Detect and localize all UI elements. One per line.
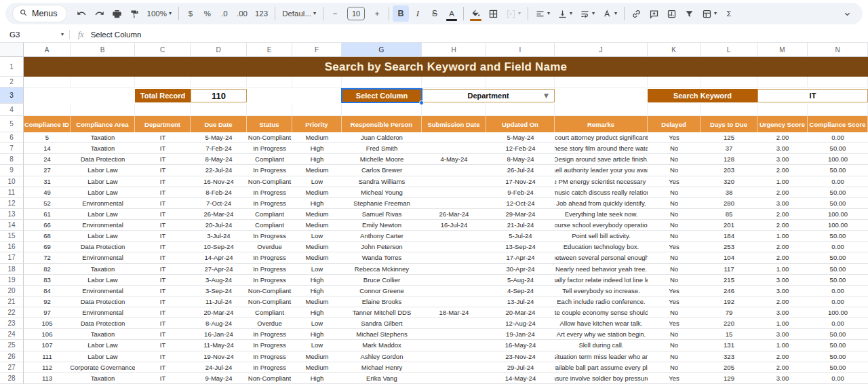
cell[interactable]	[24, 77, 71, 88]
font-size-input[interactable]: 10	[344, 5, 368, 22]
cell[interactable]: John Peterson	[342, 242, 422, 252]
cell[interactable]: Samuel Rivas	[342, 209, 422, 220]
cell[interactable]: IT	[135, 165, 191, 176]
cell[interactable]: Education technology box.	[555, 242, 648, 252]
cell[interactable]: Taxation	[71, 264, 135, 275]
cell[interactable]: IT	[135, 286, 191, 296]
cell[interactable]: 3-Jul-24	[191, 231, 247, 242]
cell[interactable]	[422, 187, 486, 198]
column-header-I[interactable]: I	[486, 43, 555, 56]
cell[interactable]: 50.00	[808, 340, 868, 351]
cell[interactable]: Emily Newton	[342, 220, 422, 231]
cell[interactable]: Michelle Moore	[342, 154, 422, 165]
row-header-28[interactable]: 28	[0, 373, 24, 384]
row-header-12[interactable]: 12	[0, 198, 24, 209]
cell[interactable]: r music catch discuss really relations	[555, 187, 648, 198]
table-row[interactable]: 72EnvironmentalIT14-Apr-24In ProgressMed…	[24, 252, 868, 263]
column-header-H[interactable]: H	[422, 43, 486, 56]
merge-cells-button[interactable]: ▾	[502, 5, 524, 22]
cell[interactable]: Labor Law	[71, 275, 135, 286]
cell[interactable]	[191, 77, 247, 88]
cell[interactable]: 16-May-24	[486, 340, 555, 351]
table-row[interactable]: 83Labor LawIT3-Aug-24In ProgressHighBruc…	[24, 275, 868, 286]
cell[interactable]	[422, 104, 486, 116]
text-rotation-button[interactable]: ▾	[599, 5, 620, 22]
cell[interactable]: 16-Nov-24	[191, 176, 247, 187]
cell[interactable]: IT	[135, 307, 191, 318]
cell[interactable]: in court attorney product significant w	[555, 132, 648, 143]
table-header-cell[interactable]: Updated On	[486, 116, 555, 132]
cell[interactable]: Labor Law	[71, 165, 135, 176]
cell[interactable]: 3.00	[757, 307, 808, 318]
table-header-cell[interactable]: Submission Date	[422, 116, 486, 132]
cell[interactable]: High	[292, 275, 342, 286]
cell[interactable]: 9-Feb-24	[486, 187, 555, 198]
cell[interactable]: In Progress	[247, 231, 292, 242]
cell[interactable]: 253	[701, 242, 757, 252]
cell[interactable]: IT	[135, 329, 191, 340]
row-header-15[interactable]: 15	[0, 231, 24, 242]
cell[interactable]: High	[292, 286, 342, 296]
cell[interactable]: Non-Compliant	[247, 286, 292, 296]
cell[interactable]	[486, 104, 555, 116]
cell[interactable]: Corporate Governance	[71, 362, 135, 373]
cell[interactable]: 68	[24, 231, 71, 242]
cell[interactable]: 1.00	[757, 318, 808, 329]
cell[interactable]: 50.00	[808, 231, 868, 242]
table-row[interactable]: 97EnvironmentalIT20-Mar-24CompliantHighT…	[24, 307, 868, 318]
cell[interactable]: Elaine Brooks	[342, 296, 422, 307]
cell[interactable]: 69	[24, 242, 71, 252]
cell[interactable]: Medium	[292, 351, 342, 362]
cell[interactable]: Low	[292, 264, 342, 275]
table-row[interactable]: 111Labor LawIT19-Nov-24In ProgressMedium…	[24, 351, 868, 362]
cell[interactable]: 104	[701, 252, 757, 263]
cell[interactable]: 7-Feb-24	[191, 143, 247, 154]
cell[interactable]: 17-Apr-24	[486, 252, 555, 263]
cell[interactable]: IT	[135, 187, 191, 198]
cell[interactable]	[247, 77, 292, 88]
cell[interactable]: Point sell bill activity.	[555, 231, 648, 242]
cell[interactable]: Rebecca Mckinney	[342, 264, 422, 275]
row-header-10[interactable]: 10	[0, 176, 24, 187]
cell[interactable]: 13-Sep-24	[486, 242, 555, 252]
row-header-18[interactable]: 18	[0, 264, 24, 275]
cell[interactable]: Yes	[648, 286, 701, 296]
cell[interactable]: IT	[135, 242, 191, 252]
horizontal-align-button[interactable]: ▾	[532, 5, 553, 22]
cell[interactable]	[422, 318, 486, 329]
cell[interactable]: 14	[24, 143, 71, 154]
cell[interactable]: 4-May-24	[422, 154, 486, 165]
column-header-J[interactable]: J	[555, 43, 648, 56]
row-header-20[interactable]: 20	[0, 286, 24, 296]
cell[interactable]: Sandra Gilbert	[342, 318, 422, 329]
column-header-D[interactable]: D	[191, 43, 247, 56]
row-header-14[interactable]: 14	[0, 220, 24, 231]
cell[interactable]: IT	[135, 275, 191, 286]
cell[interactable]: sually factor relate indeed lot line lea	[555, 275, 648, 286]
cell[interactable]: 50.00	[808, 329, 868, 340]
table-row[interactable]: 68Labor LawIT3-Jul-24In ProgressLowAntho…	[24, 231, 868, 242]
cell[interactable]: Stephanie Freeman	[342, 198, 422, 209]
cell[interactable]: In Progress	[247, 198, 292, 209]
cell[interactable]: 82	[24, 264, 71, 275]
cell[interactable]: Fred Smith	[342, 143, 422, 154]
cell[interactable]: 0.00	[808, 132, 868, 143]
cell[interactable]: 27-Apr-24	[191, 264, 247, 275]
select-column-dropdown[interactable]: Department ▼	[422, 89, 555, 102]
cell[interactable]: Labor Law	[71, 351, 135, 362]
cell[interactable]: Compliant	[247, 154, 292, 165]
cell[interactable]: 21-Jul-24	[486, 220, 555, 231]
font-family-select[interactable]: Defaul...▾	[279, 5, 319, 22]
row-header-3[interactable]: 3	[0, 88, 24, 104]
cell[interactable]: 1.00	[757, 231, 808, 242]
select-column-cell[interactable]: Select Column	[342, 89, 422, 102]
cell[interactable]: 107	[24, 340, 71, 351]
cell[interactable]: 112	[24, 362, 71, 373]
cell[interactable]: 113	[24, 373, 71, 384]
cell[interactable]: 1.00	[757, 176, 808, 187]
cell[interactable]: 3.00	[757, 154, 808, 165]
cell[interactable]: Taxation	[71, 132, 135, 143]
row-header-23[interactable]: 23	[0, 318, 24, 329]
cell[interactable]: No	[648, 307, 701, 318]
search-keyword-label-cell[interactable]: Search Keyword	[648, 89, 757, 102]
